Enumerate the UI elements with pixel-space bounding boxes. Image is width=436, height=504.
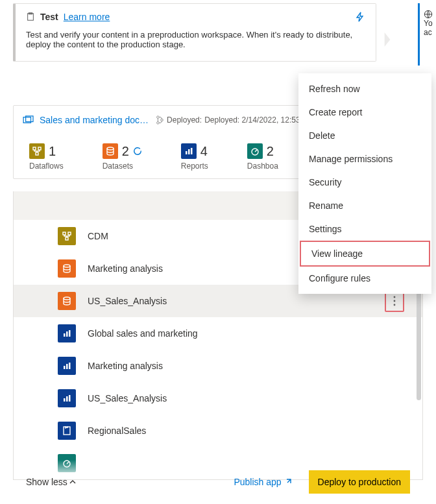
item-type-icon xyxy=(58,292,76,310)
external-link-icon xyxy=(284,478,292,486)
svg-rect-25 xyxy=(69,330,71,337)
dataset-icon xyxy=(103,143,118,159)
test-card-title: Test xyxy=(40,12,58,22)
svg-rect-27 xyxy=(66,364,68,369)
list-item[interactable]: RegionalSales xyxy=(14,414,422,447)
show-less-button[interactable]: Show less xyxy=(26,477,77,487)
menu-security[interactable]: Security xyxy=(298,171,431,194)
menu-configure-rules[interactable]: Configure rules xyxy=(298,267,431,290)
next-stage-text2: ac xyxy=(424,28,436,37)
item-name: Marketing analysis xyxy=(88,361,163,371)
svg-point-18 xyxy=(64,265,70,267)
item-type-icon xyxy=(58,227,76,245)
svg-rect-32 xyxy=(64,427,70,435)
svg-rect-9 xyxy=(36,152,38,155)
svg-point-21 xyxy=(394,300,396,302)
item-type-icon xyxy=(58,357,76,375)
next-stage-peek: Yo ac xyxy=(418,3,436,66)
item-name: US_Sales_Analysis xyxy=(88,296,167,306)
next-stage-text1: Yo xyxy=(424,19,436,28)
svg-point-4 xyxy=(157,116,160,119)
item-type-icon xyxy=(58,422,76,440)
menu-create-report[interactable]: Create report xyxy=(298,101,431,124)
svg-rect-30 xyxy=(66,396,68,402)
publish-app-link[interactable]: Publish app xyxy=(234,477,291,487)
item-name: CDM xyxy=(88,231,108,241)
menu-rename[interactable]: Rename xyxy=(298,194,431,217)
globe-icon xyxy=(424,10,436,19)
stat-dataflows: 1 Dataflows xyxy=(29,143,64,171)
menu-settings[interactable]: Settings xyxy=(298,217,431,241)
svg-point-14 xyxy=(252,149,258,155)
list-item[interactable]: Global sales and marketing xyxy=(14,317,422,350)
menu-manage-permissions[interactable]: Manage permissions xyxy=(298,147,431,171)
stat-reports: 4 Reports xyxy=(181,143,208,171)
svg-rect-0 xyxy=(28,14,34,21)
list-item[interactable]: US_Sales_Analysis xyxy=(14,382,422,414)
chevron-right-icon[interactable] xyxy=(383,32,392,47)
deploy-icon xyxy=(155,115,164,125)
learn-more-link[interactable]: Learn more xyxy=(64,12,110,22)
svg-rect-15 xyxy=(63,232,66,235)
svg-rect-17 xyxy=(66,237,68,240)
dashboard-icon xyxy=(247,143,263,159)
item-type-icon xyxy=(58,259,76,278)
svg-rect-12 xyxy=(188,149,190,154)
item-name: RegionalSales xyxy=(88,426,146,436)
chevron-up-icon xyxy=(69,478,77,486)
svg-rect-16 xyxy=(68,232,71,235)
svg-rect-23 xyxy=(64,333,66,337)
item-type-icon xyxy=(58,324,76,342)
svg-rect-13 xyxy=(191,148,193,154)
item-name: US_Sales_Analysis xyxy=(88,393,167,403)
stat-dashboards: 2 Dashboa xyxy=(247,143,278,171)
workspace-icon xyxy=(23,115,34,125)
svg-point-22 xyxy=(394,304,396,306)
test-card-body: Test and verify your content in a prepro… xyxy=(26,30,365,49)
lightning-icon[interactable] xyxy=(355,12,365,22)
svg-rect-26 xyxy=(64,366,66,369)
refresh-spinner-icon xyxy=(133,147,142,156)
svg-rect-7 xyxy=(33,147,36,150)
dataflow-icon xyxy=(29,143,45,159)
svg-rect-11 xyxy=(186,151,188,154)
item-context-menu: Refresh now Create report Delete Manage … xyxy=(298,73,431,294)
svg-rect-28 xyxy=(69,363,71,369)
clipboard-icon xyxy=(26,12,35,21)
svg-rect-29 xyxy=(64,398,66,402)
bottom-bar: Show less Publish app Deploy to producti… xyxy=(13,468,423,496)
svg-point-10 xyxy=(107,147,114,150)
svg-point-6 xyxy=(161,119,164,121)
item-name: Global sales and marketing xyxy=(88,328,198,339)
menu-delete[interactable]: Delete xyxy=(298,124,431,147)
svg-rect-31 xyxy=(69,395,71,402)
svg-rect-24 xyxy=(66,331,68,337)
svg-rect-8 xyxy=(38,147,41,150)
workspace-name-link[interactable]: Sales and marketing doc… xyxy=(40,115,149,125)
svg-point-19 xyxy=(64,297,70,300)
svg-point-5 xyxy=(157,122,160,125)
menu-refresh-now[interactable]: Refresh now xyxy=(298,77,431,101)
test-card-header: Test Learn more xyxy=(26,12,365,22)
stat-datasets: 2 Datasets xyxy=(103,143,142,171)
report-icon xyxy=(181,143,197,159)
item-name: Marketing analysis xyxy=(88,263,163,274)
deployed-info: Deployed: Deployed: 2/14/2022, 12:53:5 xyxy=(155,115,307,125)
deploy-to-production-button[interactable]: Deploy to production xyxy=(309,470,410,494)
test-stage-card: Test Learn more Test and verify your con… xyxy=(13,3,376,62)
item-type-icon xyxy=(58,389,76,407)
menu-view-lineage[interactable]: View lineage xyxy=(300,241,430,267)
svg-point-20 xyxy=(394,296,396,298)
list-item[interactable]: Marketing analysis xyxy=(14,350,422,382)
